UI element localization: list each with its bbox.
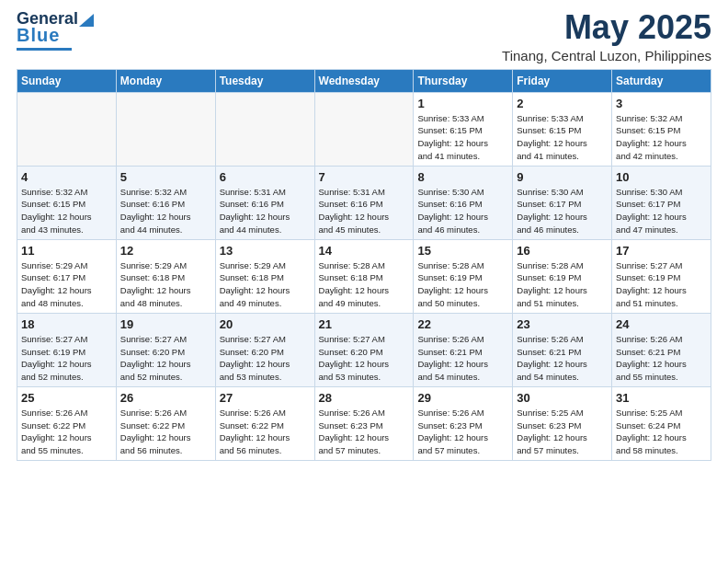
day-number: 9 <box>517 170 608 184</box>
calendar-cell: 27Sunrise: 5:26 AMSunset: 6:22 PMDayligh… <box>215 386 314 460</box>
day-info: Sunrise: 5:27 AMSunset: 6:20 PMDaylight:… <box>120 333 211 384</box>
calendar-cell: 3Sunrise: 5:32 AMSunset: 6:15 PMDaylight… <box>612 92 711 166</box>
day-number: 15 <box>417 244 508 258</box>
day-info: Sunrise: 5:27 AMSunset: 6:19 PMDaylight:… <box>616 259 707 310</box>
title-block: May 2025 Tinang, Central Luzon, Philippi… <box>502 9 711 63</box>
calendar-cell: 21Sunrise: 5:27 AMSunset: 6:20 PMDayligh… <box>314 313 414 386</box>
day-number: 6 <box>220 170 311 184</box>
calendar-cell: 22Sunrise: 5:26 AMSunset: 6:21 PMDayligh… <box>414 313 513 386</box>
calendar-cell: 9Sunrise: 5:30 AMSunset: 6:17 PMDaylight… <box>513 166 612 239</box>
day-info: Sunrise: 5:25 AMSunset: 6:23 PMDaylight:… <box>517 407 608 457</box>
day-number: 26 <box>120 391 211 405</box>
calendar-cell: 24Sunrise: 5:26 AMSunset: 6:21 PMDayligh… <box>612 313 711 386</box>
day-info: Sunrise: 5:28 AMSunset: 6:18 PMDaylight:… <box>319 259 410 310</box>
calendar-cell <box>314 92 414 166</box>
day-info: Sunrise: 5:32 AMSunset: 6:16 PMDaylight:… <box>120 186 211 236</box>
calendar-cell <box>215 92 314 166</box>
day-info: Sunrise: 5:32 AMSunset: 6:15 PMDaylight:… <box>21 186 112 236</box>
calendar-cell: 8Sunrise: 5:30 AMSunset: 6:16 PMDaylight… <box>414 166 513 239</box>
logo: General Blue <box>17 9 94 51</box>
calendar-cell: 25Sunrise: 5:26 AMSunset: 6:22 PMDayligh… <box>17 386 117 460</box>
calendar-cell: 4Sunrise: 5:32 AMSunset: 6:15 PMDaylight… <box>17 166 117 239</box>
day-number: 2 <box>517 97 608 110</box>
day-number: 21 <box>319 317 410 331</box>
day-info: Sunrise: 5:30 AMSunset: 6:16 PMDaylight:… <box>417 186 508 236</box>
calendar-header-thursday: Thursday <box>414 69 513 92</box>
logo-underline <box>17 48 72 51</box>
subtitle: Tinang, Central Luzon, Philippines <box>502 48 711 63</box>
header: General Blue May 2025 Tinang, Central Lu… <box>17 9 711 63</box>
day-number: 31 <box>616 391 707 405</box>
calendar-header-friday: Friday <box>513 69 612 92</box>
day-info: Sunrise: 5:31 AMSunset: 6:16 PMDaylight:… <box>220 186 311 236</box>
day-number: 24 <box>616 317 707 331</box>
day-number: 7 <box>319 170 410 184</box>
calendar-header-wednesday: Wednesday <box>314 69 414 92</box>
day-number: 5 <box>120 170 211 184</box>
calendar-cell: 12Sunrise: 5:29 AMSunset: 6:18 PMDayligh… <box>116 239 215 313</box>
calendar-week-2: 4Sunrise: 5:32 AMSunset: 6:15 PMDaylight… <box>17 166 711 239</box>
calendar-table: SundayMondayTuesdayWednesdayThursdayFrid… <box>17 69 711 461</box>
calendar-cell <box>17 92 117 166</box>
day-info: Sunrise: 5:29 AMSunset: 6:18 PMDaylight:… <box>120 259 211 310</box>
day-number: 25 <box>21 391 112 405</box>
day-number: 19 <box>120 317 211 331</box>
calendar-cell: 13Sunrise: 5:29 AMSunset: 6:18 PMDayligh… <box>215 239 314 313</box>
logo-blue-text: Blue <box>17 25 60 46</box>
calendar-week-3: 11Sunrise: 5:29 AMSunset: 6:17 PMDayligh… <box>17 239 711 313</box>
day-info: Sunrise: 5:33 AMSunset: 6:15 PMDaylight:… <box>517 112 608 163</box>
day-number: 8 <box>417 170 508 184</box>
calendar-cell: 2Sunrise: 5:33 AMSunset: 6:15 PMDaylight… <box>513 92 612 166</box>
calendar-header-monday: Monday <box>116 69 215 92</box>
day-number: 23 <box>517 317 608 331</box>
calendar-cell: 28Sunrise: 5:26 AMSunset: 6:23 PMDayligh… <box>314 386 414 460</box>
day-number: 10 <box>616 170 707 184</box>
calendar-cell: 19Sunrise: 5:27 AMSunset: 6:20 PMDayligh… <box>116 313 215 386</box>
day-info: Sunrise: 5:26 AMSunset: 6:22 PMDaylight:… <box>120 407 211 457</box>
calendar-week-5: 25Sunrise: 5:26 AMSunset: 6:22 PMDayligh… <box>17 386 711 460</box>
day-info: Sunrise: 5:33 AMSunset: 6:15 PMDaylight:… <box>417 112 508 163</box>
day-info: Sunrise: 5:28 AMSunset: 6:19 PMDaylight:… <box>517 259 608 310</box>
day-info: Sunrise: 5:29 AMSunset: 6:17 PMDaylight:… <box>21 259 112 310</box>
day-number: 22 <box>417 317 508 331</box>
calendar-header-sunday: Sunday <box>17 69 117 92</box>
calendar-cell: 20Sunrise: 5:27 AMSunset: 6:20 PMDayligh… <box>215 313 314 386</box>
day-info: Sunrise: 5:28 AMSunset: 6:19 PMDaylight:… <box>417 259 508 310</box>
day-info: Sunrise: 5:26 AMSunset: 6:21 PMDaylight:… <box>517 333 608 384</box>
day-number: 1 <box>417 97 508 110</box>
calendar-cell: 17Sunrise: 5:27 AMSunset: 6:19 PMDayligh… <box>612 239 711 313</box>
day-info: Sunrise: 5:27 AMSunset: 6:20 PMDaylight:… <box>319 333 410 384</box>
day-number: 11 <box>21 244 112 258</box>
day-info: Sunrise: 5:26 AMSunset: 6:23 PMDaylight:… <box>319 407 410 457</box>
day-info: Sunrise: 5:30 AMSunset: 6:17 PMDaylight:… <box>616 186 707 236</box>
day-number: 29 <box>417 391 508 405</box>
calendar-header-tuesday: Tuesday <box>215 69 314 92</box>
calendar-cell: 16Sunrise: 5:28 AMSunset: 6:19 PMDayligh… <box>513 239 612 313</box>
calendar-week-4: 18Sunrise: 5:27 AMSunset: 6:19 PMDayligh… <box>17 313 711 386</box>
calendar-cell: 14Sunrise: 5:28 AMSunset: 6:18 PMDayligh… <box>314 239 414 313</box>
logo-triangle-icon <box>79 10 94 27</box>
day-info: Sunrise: 5:29 AMSunset: 6:18 PMDaylight:… <box>220 259 311 310</box>
calendar-cell: 11Sunrise: 5:29 AMSunset: 6:17 PMDayligh… <box>17 239 117 313</box>
day-number: 17 <box>616 244 707 258</box>
day-info: Sunrise: 5:27 AMSunset: 6:19 PMDaylight:… <box>21 333 112 384</box>
calendar-cell: 30Sunrise: 5:25 AMSunset: 6:23 PMDayligh… <box>513 386 612 460</box>
day-number: 30 <box>517 391 608 405</box>
calendar-cell: 23Sunrise: 5:26 AMSunset: 6:21 PMDayligh… <box>513 313 612 386</box>
calendar-cell: 1Sunrise: 5:33 AMSunset: 6:15 PMDaylight… <box>414 92 513 166</box>
day-number: 4 <box>21 170 112 184</box>
calendar-cell: 26Sunrise: 5:26 AMSunset: 6:22 PMDayligh… <box>116 386 215 460</box>
svg-marker-0 <box>79 14 94 27</box>
main-title: May 2025 <box>502 9 711 46</box>
day-info: Sunrise: 5:26 AMSunset: 6:23 PMDaylight:… <box>417 407 508 457</box>
day-number: 18 <box>21 317 112 331</box>
day-number: 3 <box>616 97 707 110</box>
page: General Blue May 2025 Tinang, Central Lu… <box>0 0 728 563</box>
calendar-cell: 15Sunrise: 5:28 AMSunset: 6:19 PMDayligh… <box>414 239 513 313</box>
day-info: Sunrise: 5:30 AMSunset: 6:17 PMDaylight:… <box>517 186 608 236</box>
calendar-header-saturday: Saturday <box>612 69 711 92</box>
calendar-week-1: 1Sunrise: 5:33 AMSunset: 6:15 PMDaylight… <box>17 92 711 166</box>
day-info: Sunrise: 5:26 AMSunset: 6:22 PMDaylight:… <box>21 407 112 457</box>
calendar-header-row: SundayMondayTuesdayWednesdayThursdayFrid… <box>17 69 711 92</box>
day-info: Sunrise: 5:26 AMSunset: 6:21 PMDaylight:… <box>616 333 707 384</box>
